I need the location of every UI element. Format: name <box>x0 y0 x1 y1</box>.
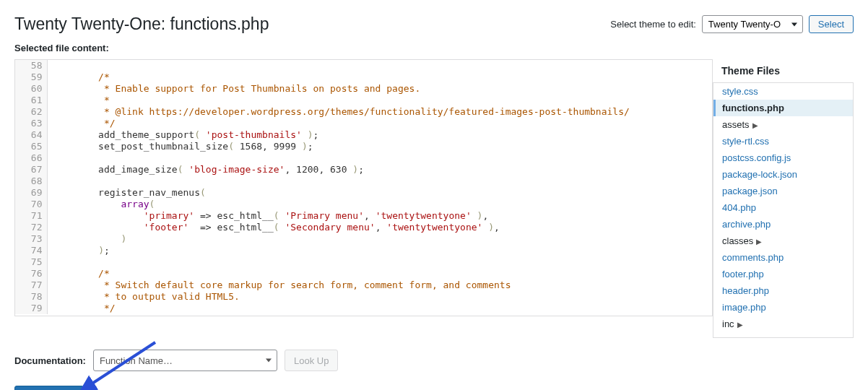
line-number: 77 <box>15 280 47 291</box>
line-number: 70 <box>15 199 47 210</box>
file-item[interactable]: package-lock.json <box>713 166 853 183</box>
folder-item[interactable]: classes▶ <box>713 233 853 249</box>
code-line[interactable] <box>47 256 712 268</box>
file-item[interactable]: 404.php <box>713 199 853 216</box>
line-number: 69 <box>15 187 47 199</box>
line-number: 78 <box>15 291 47 303</box>
code-line[interactable]: * Enable support for Post Thumbnails on … <box>47 83 712 95</box>
line-number: 61 <box>15 95 47 106</box>
line-number: 63 <box>15 118 47 129</box>
code-line[interactable] <box>47 152 712 164</box>
code-line[interactable]: * to output valid HTML5. <box>47 291 712 303</box>
line-number: 71 <box>15 210 47 222</box>
select-theme-button[interactable]: Select <box>809 15 854 33</box>
code-line[interactable]: add_image_size( 'blog-image-size', 1200,… <box>47 164 712 176</box>
file-item[interactable]: image.php <box>713 299 853 316</box>
line-number: 64 <box>15 129 47 141</box>
line-number: 59 <box>15 72 47 83</box>
code-line[interactable] <box>47 60 712 72</box>
code-line[interactable]: /* <box>47 268 712 280</box>
page-title: Twenty Twenty-One: functions.php <box>14 14 269 34</box>
code-line[interactable]: register_nav_menus( <box>47 187 712 199</box>
code-line[interactable]: /* <box>47 72 712 83</box>
file-item[interactable]: style.css <box>713 83 853 100</box>
code-line[interactable]: array( <box>47 199 712 210</box>
function-name-select[interactable]: Function Name… <box>93 350 277 371</box>
file-item[interactable]: package.json <box>713 183 853 199</box>
selected-file-label: Selected file content: <box>14 43 854 53</box>
file-item[interactable]: comments.php <box>713 249 853 266</box>
file-tree[interactable]: style.cssfunctions.phpassets▶style-rtl.c… <box>713 82 854 338</box>
line-number: 73 <box>15 233 47 245</box>
line-number: 65 <box>15 141 47 152</box>
documentation-label: Documentation: <box>14 355 86 366</box>
code-line[interactable]: 'primary' => esc_html__( 'Primary menu',… <box>47 210 712 222</box>
code-line[interactable]: */ <box>47 303 712 314</box>
file-item[interactable]: footer.php <box>713 266 853 282</box>
folder-item[interactable]: assets▶ <box>713 116 853 133</box>
code-line[interactable]: ); <box>47 245 712 256</box>
theme-select[interactable]: Twenty Twenty-O <box>702 15 803 33</box>
code-line[interactable]: set_post_thumbnail_size( 1568, 9999 ); <box>47 141 712 152</box>
folder-item[interactable]: inc▶ <box>713 316 853 332</box>
line-number: 66 <box>15 152 47 164</box>
code-line[interactable]: * Switch default core markup for search … <box>47 280 712 291</box>
code-line[interactable]: ) <box>47 233 712 245</box>
chevron-right-icon: ▶ <box>752 121 758 129</box>
line-number: 62 <box>15 106 47 118</box>
code-line[interactable]: 'footer' => esc_html__( 'Secondary menu'… <box>47 222 712 233</box>
theme-files-title: Theme Files <box>713 59 854 82</box>
line-number: 72 <box>15 222 47 233</box>
code-line[interactable]: add_theme_support( 'post-thumbnails' ); <box>47 129 712 141</box>
file-item[interactable]: archive.php <box>713 216 853 233</box>
theme-select-label: Select theme to edit: <box>610 19 696 30</box>
line-number: 75 <box>15 256 47 268</box>
file-item[interactable]: header.php <box>713 282 853 299</box>
line-number: 58 <box>15 60 47 72</box>
line-number: 76 <box>15 268 47 280</box>
code-line[interactable]: * <box>47 95 712 106</box>
code-editor[interactable]: 58 59 /*60 * Enable support for Post Thu… <box>14 59 713 316</box>
code-line[interactable]: * @link https://developer.wordpress.org/… <box>47 106 712 118</box>
lookup-button[interactable]: Look Up <box>285 350 338 371</box>
line-number: 67 <box>15 164 47 176</box>
line-number: 68 <box>15 176 47 187</box>
line-number: 60 <box>15 83 47 95</box>
file-item[interactable]: postcss.config.js <box>713 150 853 166</box>
file-item[interactable]: style-rtl.css <box>713 133 853 150</box>
chevron-right-icon: ▶ <box>737 321 743 329</box>
update-file-button[interactable]: Update File <box>14 386 84 390</box>
file-item[interactable]: functions.php <box>713 100 853 116</box>
code-line[interactable]: */ <box>47 118 712 129</box>
chevron-right-icon: ▶ <box>756 238 762 246</box>
line-number: 79 <box>15 303 47 314</box>
line-number: 74 <box>15 245 47 256</box>
code-line[interactable] <box>47 176 712 187</box>
